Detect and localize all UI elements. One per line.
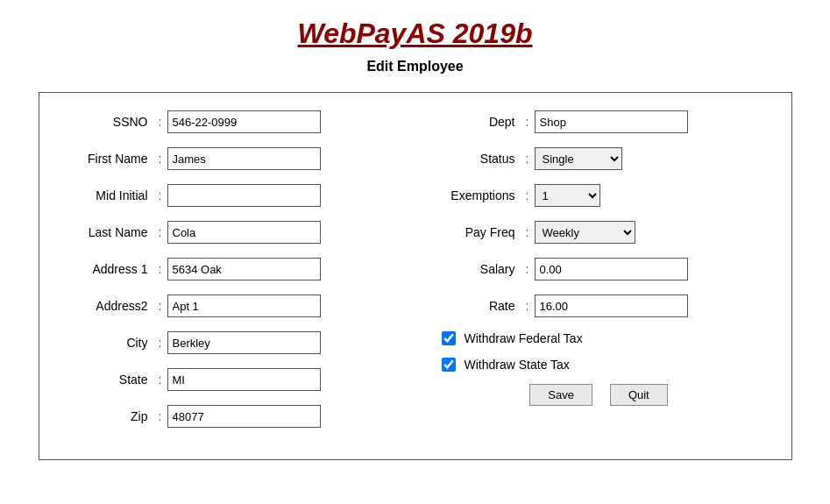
salary-label: Salary <box>433 262 521 276</box>
lastname-input[interactable] <box>167 221 321 244</box>
zip-label: Zip <box>66 409 153 423</box>
salary-row: Salary : <box>433 258 765 280</box>
exemptions-label: Exemptions <box>433 188 521 202</box>
exemptions-colon: : <box>521 188 535 202</box>
ssno-row: SSNO : <box>66 110 398 133</box>
state-input[interactable] <box>167 368 321 391</box>
address2-label: Address2 <box>66 299 153 313</box>
state-colon: : <box>153 373 167 387</box>
withdraw-state-checkbox[interactable] <box>442 358 456 372</box>
address1-input[interactable] <box>167 258 321 280</box>
city-row: City : <box>66 331 398 354</box>
dept-row: Dept : <box>433 110 765 133</box>
zip-colon: : <box>153 409 167 423</box>
address1-label: Address 1 <box>66 262 153 276</box>
app-title: WebPayAS 2019b <box>298 18 533 50</box>
rate-colon: : <box>521 299 535 313</box>
withdraw-federal-checkbox[interactable] <box>442 331 456 345</box>
midinit-label: Mid Initial <box>66 188 153 202</box>
exemptions-row: Exemptions : 1 0 2 3 <box>433 184 765 207</box>
ssno-colon: : <box>153 115 167 129</box>
address2-input[interactable] <box>167 295 321 317</box>
left-column: SSNO : First Name : Mid Initial : Last N… <box>66 110 398 442</box>
salary-input[interactable] <box>535 258 688 280</box>
payfreq-colon: : <box>521 225 535 239</box>
status-colon: : <box>521 152 535 166</box>
exemptions-select[interactable]: 1 0 2 3 <box>535 184 600 207</box>
state-row: State : <box>66 368 398 391</box>
rate-input[interactable] <box>535 295 688 317</box>
midinit-row: Mid Initial : <box>66 184 398 207</box>
quit-button[interactable]: Quit <box>610 384 668 406</box>
lastname-colon: : <box>153 225 167 239</box>
button-row: Save Quit <box>433 384 765 406</box>
firstname-row: First Name : <box>66 147 398 170</box>
payfreq-row: Pay Freq : Weekly Bi-Weekly Semi-Monthly… <box>433 221 765 244</box>
address2-colon: : <box>153 299 167 313</box>
zip-row: Zip : <box>66 405 398 428</box>
status-row: Status : Single Married <box>433 147 765 170</box>
ssno-label: SSNO <box>66 115 153 129</box>
withdraw-federal-row: Withdraw Federal Tax <box>442 331 765 345</box>
rate-label: Rate <box>433 299 521 313</box>
state-label: State <box>66 373 153 387</box>
status-label: Status <box>433 152 521 166</box>
dept-input[interactable] <box>535 110 688 133</box>
dept-colon: : <box>521 115 535 129</box>
payfreq-select[interactable]: Weekly Bi-Weekly Semi-Monthly Monthly <box>535 221 635 244</box>
city-label: City <box>66 336 153 350</box>
page-subtitle: Edit Employee <box>366 59 463 75</box>
midinit-input[interactable] <box>167 184 321 207</box>
payfreq-label: Pay Freq <box>433 225 521 239</box>
firstname-label: First Name <box>66 152 153 166</box>
form-container: SSNO : First Name : Mid Initial : Last N… <box>39 92 792 460</box>
status-select[interactable]: Single Married <box>535 147 622 170</box>
right-column: Dept : Status : Single Married Exemption… <box>433 110 765 442</box>
salary-colon: : <box>521 262 535 276</box>
withdraw-state-label: Withdraw State Tax <box>465 358 570 372</box>
rate-row: Rate : <box>433 295 765 317</box>
lastname-row: Last Name : <box>66 221 398 244</box>
ssno-input[interactable] <box>167 110 321 133</box>
city-input[interactable] <box>167 331 321 354</box>
address1-row: Address 1 : <box>66 258 398 280</box>
withdraw-state-row: Withdraw State Tax <box>442 358 765 372</box>
midinit-colon: : <box>153 188 167 202</box>
zip-input[interactable] <box>167 405 321 428</box>
dept-label: Dept <box>433 115 521 129</box>
address1-colon: : <box>153 262 167 276</box>
save-button[interactable]: Save <box>529 384 592 406</box>
city-colon: : <box>153 336 167 350</box>
firstname-colon: : <box>153 152 167 166</box>
lastname-label: Last Name <box>66 225 153 239</box>
form-grid: SSNO : First Name : Mid Initial : Last N… <box>66 110 765 442</box>
address2-row: Address2 : <box>66 295 398 317</box>
firstname-input[interactable] <box>167 147 321 170</box>
withdraw-federal-label: Withdraw Federal Tax <box>465 331 583 345</box>
page: WebPayAS 2019b Edit Employee SSNO : Firs… <box>0 0 830 504</box>
